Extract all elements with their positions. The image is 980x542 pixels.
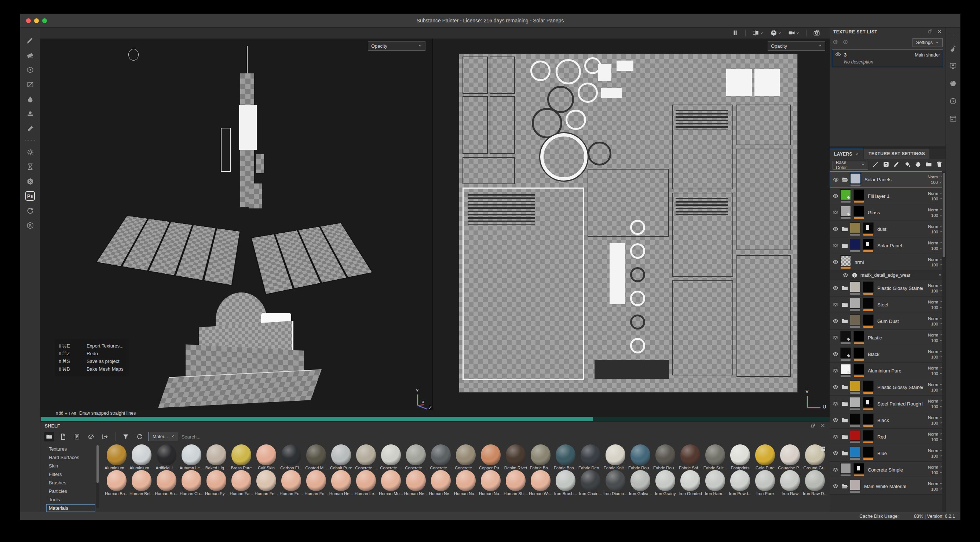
- blend-mode-dropdown[interactable]: Norm: [928, 224, 943, 229]
- resources-update-icon[interactable]: [24, 204, 36, 217]
- layer-thumbnail[interactable]: [850, 173, 861, 187]
- material-tile[interactable]: Human Bel...: [129, 470, 154, 496]
- blend-mode-dropdown[interactable]: Norm: [928, 383, 943, 387]
- layer-row[interactable]: GlassNorm100: [830, 204, 945, 221]
- eye-icon[interactable]: [831, 302, 840, 308]
- blend-mode-dropdown[interactable]: Norm: [928, 241, 943, 245]
- layer-thumbnail[interactable]: [862, 446, 874, 460]
- material-tile[interactable]: Copper Pu...: [478, 445, 503, 470]
- material-tile[interactable]: Human Ch...: [179, 470, 204, 496]
- material-tile[interactable]: Iron Brush...: [553, 470, 578, 496]
- layer-row[interactable]: PlasticNorm100: [830, 330, 945, 346]
- blend-mode-dropdown[interactable]: Norm: [928, 465, 943, 469]
- layer-thumbnail[interactable]: [853, 348, 864, 361]
- folder-open-icon[interactable]: [840, 483, 850, 490]
- material-tile[interactable]: Concrete ...: [379, 445, 403, 470]
- layer-thumbnail[interactable]: [840, 255, 851, 269]
- layer-row[interactable]: Aluminium PureNorm100: [830, 363, 945, 379]
- layer-row[interactable]: Main White MaterialNorm100: [830, 478, 945, 495]
- material-tile[interactable]: Aluminium ...: [129, 445, 154, 470]
- material-tile[interactable]: Human Ne...: [403, 470, 428, 496]
- material-tile[interactable]: Carbon Fi...: [279, 445, 304, 470]
- shelf-category-textures[interactable]: Textures: [46, 445, 95, 453]
- material-tile[interactable]: Human Shi...: [503, 470, 528, 496]
- opacity-dropdown[interactable]: 100: [931, 197, 943, 201]
- eye-icon[interactable]: [842, 272, 849, 278]
- eye-icon[interactable]: [831, 351, 840, 357]
- split-view-icon[interactable]: [752, 29, 764, 36]
- pause-icon[interactable]: [732, 29, 739, 36]
- opacity-dropdown[interactable]: 100: [931, 487, 943, 491]
- material-tile[interactable]: Human Ey...: [204, 470, 229, 496]
- eye-icon[interactable]: [831, 401, 840, 406]
- folder-closed-icon[interactable]: [840, 384, 850, 391]
- eye-icon[interactable]: [831, 210, 840, 215]
- layer-thumbnail[interactable]: [850, 414, 861, 427]
- material-tile[interactable]: Human Ne...: [428, 470, 453, 496]
- substance-source-icon[interactable]: [24, 175, 36, 188]
- material-tile[interactable]: Fabric Ba...: [528, 445, 553, 470]
- shelf-category-materials[interactable]: Materials: [46, 504, 95, 512]
- folder-closed-icon[interactable]: [840, 285, 850, 292]
- shelf-category-filters[interactable]: Filters: [46, 470, 95, 478]
- material-tile[interactable]: Fabric Suit...: [703, 445, 728, 470]
- material-tile[interactable]: Fabric Den...: [578, 445, 603, 470]
- close-icon[interactable]: [171, 434, 175, 439]
- layer-row[interactable]: Steel Painted Rough D...Norm100: [830, 395, 945, 412]
- filter-chip-materials[interactable]: Mater...: [148, 432, 178, 441]
- layer-thumbnail[interactable]: [850, 381, 861, 394]
- layer-thumbnail[interactable]: [840, 364, 851, 377]
- opacity-dropdown[interactable]: 100: [931, 180, 942, 185]
- material-tile[interactable]: Iron Raw: [778, 470, 802, 496]
- layer-thumbnail[interactable]: [850, 239, 861, 252]
- layer-thumbnail[interactable]: [862, 414, 874, 427]
- blend-mode-dropdown[interactable]: Norm: [928, 333, 943, 337]
- material-tile[interactable]: Human Le...: [353, 470, 379, 496]
- close-icon[interactable]: [937, 29, 942, 35]
- layer-thumbnail[interactable]: [850, 222, 861, 236]
- layer-thumbnail[interactable]: [853, 331, 864, 344]
- material-tile[interactable]: Iron Grinded: [678, 470, 703, 496]
- material-tile[interactable]: Iron Chain...: [578, 470, 603, 496]
- eye-icon[interactable]: [831, 450, 840, 456]
- eye-icon[interactable]: [831, 467, 840, 473]
- settings-dropdown[interactable]: Settings: [913, 38, 943, 47]
- material-tile[interactable]: Fabric Knit...: [603, 445, 628, 470]
- material-tile[interactable]: Baked Lig...: [204, 445, 229, 470]
- session-resources-icon[interactable]: [72, 432, 82, 442]
- tab-texture-set-settings[interactable]: TEXTURE SET SETTINGS: [864, 148, 929, 159]
- eraser-tool-icon[interactable]: [24, 49, 36, 61]
- polygon-fill-tool-icon[interactable]: [24, 78, 36, 91]
- blend-mode-dropdown[interactable]: Norm: [928, 191, 943, 196]
- material-tile[interactable]: Human No...: [453, 470, 478, 496]
- material-tile[interactable]: Human Fo...: [279, 470, 304, 496]
- viewport-2d[interactable]: Opacity V U: [433, 38, 830, 410]
- material-tile[interactable]: Concrete ...: [453, 445, 478, 470]
- folder-closed-icon[interactable]: [840, 450, 850, 457]
- material-tile[interactable]: Iron Pure: [752, 470, 778, 496]
- material-tile[interactable]: Human Fe...: [254, 470, 279, 496]
- material-tile[interactable]: Human Mo...: [379, 470, 403, 496]
- blend-mode-dropdown[interactable]: Norm: [928, 349, 943, 354]
- layer-row[interactable]: Plastic Glossy StainedNorm100: [830, 280, 945, 297]
- float-panel-icon[interactable]: [811, 423, 815, 429]
- eye-icon[interactable]: [831, 193, 840, 199]
- eye-icon[interactable]: [831, 417, 840, 423]
- opacity-dropdown[interactable]: 100: [931, 289, 943, 293]
- eye-icon[interactable]: [831, 434, 840, 440]
- opacity-dropdown[interactable]: 100: [931, 246, 943, 250]
- eye-icon[interactable]: [831, 259, 840, 265]
- new-resource-icon[interactable]: [58, 432, 68, 442]
- viewport-3d[interactable]: Opacity: [40, 38, 433, 410]
- material-tile[interactable]: Human Wr...: [528, 470, 553, 496]
- material-tile[interactable]: Fabric Sof...: [678, 445, 703, 470]
- eye-icon[interactable]: [831, 242, 840, 249]
- projection-tool-icon[interactable]: [24, 64, 36, 76]
- add-smart-material-icon[interactable]: [915, 161, 921, 169]
- layer-row[interactable]: SteelNorm100: [830, 297, 945, 313]
- folder-open-icon[interactable]: [840, 176, 850, 183]
- opacity-dropdown[interactable]: 100: [931, 355, 943, 359]
- camera-mode-icon[interactable]: [770, 29, 781, 36]
- effects-icon[interactable]: [24, 146, 36, 158]
- opacity-dropdown[interactable]: 100: [931, 470, 943, 475]
